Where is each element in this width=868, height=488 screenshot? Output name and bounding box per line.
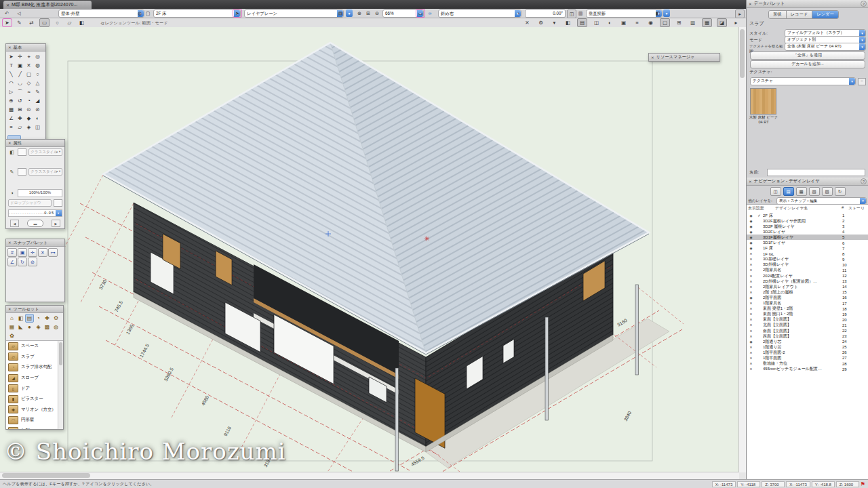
- add-decal-button[interactable]: デカールを追加...: [750, 60, 865, 68]
- mode-icon[interactable]: ◐: [606, 19, 614, 26]
- render-options-icon[interactable]: ◧: [654, 9, 662, 17]
- active-class-dropdown[interactable]: 壁体-外壁▼: [58, 9, 144, 18]
- toolset-tool-item[interactable]: ▮ ピラスター: [6, 394, 63, 405]
- tool-icon[interactable]: ✛: [16, 52, 24, 61]
- visibility-icon[interactable]: ✕: [747, 323, 755, 327]
- toolset-tool-item[interactable]: ◠ 円形壁: [6, 415, 63, 426]
- visibility-icon[interactable]: ✕: [747, 351, 755, 354]
- mode-icon[interactable]: ⊞: [675, 19, 684, 26]
- mode-icon[interactable]: ◪: [717, 18, 727, 27]
- view-angle-field[interactable]: 0.00°: [525, 9, 566, 18]
- class-visibility-icon[interactable]: ▢: [144, 9, 152, 17]
- toolset-category-icon[interactable]: ✿: [7, 331, 16, 340]
- mode-icon[interactable]: ▦: [702, 18, 712, 27]
- visibility-icon[interactable]: ✕: [747, 274, 755, 278]
- layer-plane-dropdown[interactable]: レイヤプレーン▼: [244, 9, 344, 18]
- tab-shape[interactable]: 形状: [769, 11, 787, 18]
- navigation-tab-icon[interactable]: ▨: [822, 187, 833, 196]
- toolbar-overflow-button[interactable]: ▸: [735, 9, 745, 18]
- name-field[interactable]: [767, 169, 865, 176]
- visibility-icon[interactable]: ✕: [747, 346, 755, 349]
- zoom-in-icon[interactable]: ⊕: [355, 9, 363, 17]
- rotation-compass-icon[interactable]: ◔: [514, 9, 522, 17]
- tab-record[interactable]: レコード: [787, 11, 813, 18]
- visibility-icon[interactable]: ◉: [747, 230, 755, 234]
- attr-prev-button[interactable]: ◀: [10, 220, 19, 227]
- tool-icon[interactable]: ◎: [33, 52, 42, 61]
- layer-name[interactable]: 1F GL: [763, 252, 842, 256]
- tool-icon[interactable]: ▢: [24, 70, 33, 79]
- mode-icon[interactable]: ▸: [732, 19, 741, 26]
- visibility-icon[interactable]: ✕: [747, 362, 755, 365]
- visibility-icon[interactable]: ✕: [747, 318, 755, 321]
- tool-icon[interactable]: ◆: [24, 114, 33, 123]
- tool-icon[interactable]: ▦: [7, 105, 16, 114]
- mode-icon[interactable]: ≡: [633, 19, 642, 26]
- visibility-icon[interactable]: ◉: [747, 225, 755, 228]
- mode-icon[interactable]: ▤: [577, 18, 587, 27]
- mode-icon[interactable]: ◉: [646, 19, 655, 26]
- sheet-icon[interactable]: ▤: [336, 9, 344, 17]
- history-back-icon[interactable]: ↶: [3, 9, 11, 17]
- toolset-category-icon[interactable]: ▦: [7, 323, 16, 331]
- tool-icon[interactable]: ≡: [7, 123, 16, 131]
- toolset-palette-titlebar[interactable]: ✕ ツールセット: [6, 306, 63, 313]
- texture-thumbnail[interactable]: [750, 88, 776, 115]
- chevron-down-icon[interactable]: ▼: [56, 210, 62, 216]
- tool-icon[interactable]: ◡: [16, 79, 24, 87]
- close-icon[interactable]: ✕: [749, 2, 752, 6]
- pen-icon[interactable]: ✎: [8, 169, 16, 176]
- canvas-vertical-scrollbar[interactable]: [738, 27, 746, 472]
- texture-dropdown[interactable]: テクスチャ▼: [750, 77, 856, 85]
- texture-scope-dropdown[interactable]: 全体 (木製 床材 ビーチ 04 RT)▼: [785, 43, 866, 51]
- pen-swatch[interactable]: [18, 168, 26, 176]
- tool-icon[interactable]: ∠: [7, 114, 16, 123]
- opacity-icon[interactable]: ◑: [8, 190, 16, 197]
- chevron-down-icon[interactable]: ▼: [859, 43, 865, 50]
- mode-icon[interactable]: ➤: [3, 19, 12, 26]
- navigation-palette-titlebar[interactable]: ✕ ナビゲーション - デザインレイヤ ?: [747, 178, 868, 186]
- tool-icon[interactable]: ◢: [33, 96, 42, 105]
- scrollbar-thumb[interactable]: [2, 473, 90, 478]
- tool-icon[interactable]: T: [7, 61, 16, 70]
- visibility-icon[interactable]: ◉: [747, 296, 755, 300]
- chevron-down-icon[interactable]: ▼: [860, 198, 866, 204]
- snap-toggle-icon[interactable]: ∠: [7, 258, 17, 266]
- visibility-icon[interactable]: ✕: [747, 357, 755, 360]
- sheet-dropdown-icon[interactable]: ▼: [346, 9, 353, 17]
- tool-icon[interactable]: ↺: [16, 96, 24, 105]
- tool-icon[interactable]: ⊘: [33, 105, 42, 114]
- fill-swatch[interactable]: [18, 148, 26, 156]
- visibility-icon[interactable]: ✕: [747, 367, 755, 371]
- visibility-icon[interactable]: ✕: [747, 268, 755, 272]
- clip-cube-icon[interactable]: ▥: [576, 9, 585, 17]
- tool-icon[interactable]: ▱: [16, 123, 24, 131]
- mode-icon[interactable]: ✕: [523, 19, 532, 26]
- toolset-tool-item[interactable]: ✚ マリオン（方立）: [6, 405, 63, 415]
- drop-shadow-toggle[interactable]: [54, 199, 62, 207]
- visibility-icon[interactable]: ◉: [747, 247, 755, 250]
- navigation-tab-icon[interactable]: ▦: [796, 187, 807, 196]
- snap-toggle-icon[interactable]: ⊘: [28, 258, 37, 266]
- tool-icon[interactable]: ◔: [24, 96, 33, 105]
- tool-icon[interactable]: ✎: [33, 87, 42, 96]
- snap-toggle-icon[interactable]: ✕: [38, 248, 47, 257]
- tool-icon[interactable]: ▣: [16, 61, 24, 70]
- snap-palette-titlebar[interactable]: ✕ スナップパレット: [6, 239, 64, 247]
- mode-icon[interactable]: ✎: [15, 19, 24, 26]
- toolset-category-icon[interactable]: ✚: [43, 314, 52, 323]
- mode-icon[interactable]: ⚙: [536, 19, 545, 26]
- chevron-down-icon[interactable]: ▼: [849, 78, 855, 85]
- drawing-canvas[interactable]: 3730 745.5 1365 1744.5 5090.5 4580 9110 …: [0, 27, 746, 479]
- mode-icon[interactable]: ▾: [550, 19, 559, 26]
- apply-overall-button[interactable]: 「全体」を適用: [750, 52, 865, 60]
- tool-icon[interactable]: ◍: [33, 61, 42, 70]
- toolset-tool-item[interactable]: ▯ ドア: [6, 383, 63, 394]
- opacity-value[interactable]: 100%/100%: [18, 189, 62, 197]
- canvas-horizontal-scrollbar[interactable]: [0, 472, 739, 479]
- close-icon[interactable]: ✕: [8, 241, 12, 245]
- visibility-icon[interactable]: ✕: [747, 291, 755, 294]
- snap-toggle-icon[interactable]: #: [7, 248, 17, 257]
- attributes-palette-titlebar[interactable]: ✕ 属性: [6, 140, 64, 147]
- tool-icon[interactable]: ◈: [24, 123, 33, 131]
